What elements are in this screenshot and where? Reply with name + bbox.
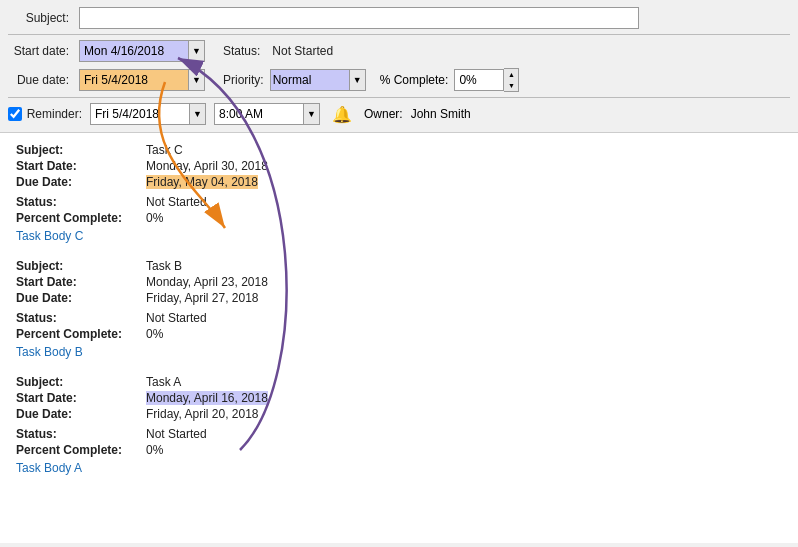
due-date-label: Due date:: [8, 73, 73, 87]
task-c-due-label: Due Date:: [16, 175, 146, 189]
task-b-start-value: Monday, April 23, 2018: [146, 275, 268, 289]
task-a-status-value: Not Started: [146, 427, 207, 441]
status-label: Status:: [223, 44, 260, 58]
reminder-row: Reminder: ▼ ▼ 🔔 Owner: John Smith: [8, 100, 790, 128]
due-date-input[interactable]: [79, 69, 189, 91]
task-c-subject-label: Subject:: [16, 143, 146, 157]
priority-input[interactable]: [270, 69, 350, 91]
task-b-body: Task Body B: [16, 345, 782, 359]
status-value: Not Started: [272, 44, 333, 58]
task-b-pct-value: 0%: [146, 327, 163, 341]
task-c-start-value: Monday, April 30, 2018: [146, 159, 268, 173]
task-b-start-label: Start Date:: [16, 275, 146, 289]
task-b-status-row: Status: Not Started: [16, 311, 782, 325]
task-a-due-value: Friday, April 20, 2018: [146, 407, 259, 421]
task-b-block: Subject: Task B Start Date: Monday, Apri…: [16, 259, 782, 359]
task-b-start-row: Start Date: Monday, April 23, 2018: [16, 275, 782, 289]
task-c-due-value: Friday, May 04, 2018: [146, 175, 258, 189]
owner-value: John Smith: [411, 107, 471, 121]
task-c-subject-value: Task C: [146, 143, 183, 157]
task-b-due-row: Due Date: Friday, April 27, 2018: [16, 291, 782, 305]
due-date-row: Due date: ▼ Priority: ▼ % Complete: ▲ ▼: [8, 65, 790, 95]
task-c-body: Task Body C: [16, 229, 782, 243]
reminder-time-input[interactable]: [214, 103, 304, 125]
start-date-label: Start date:: [8, 44, 73, 58]
task-a-start-value: Monday, April 16, 2018: [146, 391, 268, 405]
pct-spin[interactable]: ▲ ▼: [504, 68, 519, 92]
task-b-due-label: Due Date:: [16, 291, 146, 305]
reminder-date-dropdown-btn[interactable]: ▼: [190, 103, 206, 125]
start-date-wrap: ▼: [79, 40, 205, 62]
task-a-due-row: Due Date: Friday, April 20, 2018: [16, 407, 782, 421]
reminder-label: Reminder:: [26, 107, 86, 121]
subject-input[interactable]: [79, 7, 639, 29]
task-a-body: Task Body A: [16, 461, 782, 475]
task-a-pct-row: Percent Complete: 0%: [16, 443, 782, 457]
task-c-pct-label: Percent Complete:: [16, 211, 146, 225]
priority-dropdown-btn[interactable]: ▼: [350, 69, 366, 91]
task-c-start-label: Start Date:: [16, 159, 146, 173]
task-a-status-label: Status:: [16, 427, 146, 441]
task-c-due-row: Due Date: Friday, May 04, 2018: [16, 175, 782, 189]
task-a-pct-label: Percent Complete:: [16, 443, 146, 457]
pct-wrap: ▲ ▼: [454, 68, 519, 92]
start-date-input[interactable]: [79, 40, 189, 62]
bell-icon: 🔔: [332, 105, 352, 124]
reminder-checkbox[interactable]: [8, 107, 22, 121]
task-a-due-label: Due Date:: [16, 407, 146, 421]
reminder-time-dropdown-btn[interactable]: ▼: [304, 103, 320, 125]
task-a-subject-row: Subject: Task A: [16, 375, 782, 389]
task-c-status-value: Not Started: [146, 195, 207, 209]
task-a-block: Subject: Task A Start Date: Monday, Apri…: [16, 375, 782, 475]
task-c-pct-row: Percent Complete: 0%: [16, 211, 782, 225]
start-date-row: Start date: ▼ Status: Not Started: [8, 37, 790, 65]
start-date-dropdown-btn[interactable]: ▼: [189, 40, 205, 62]
task-b-subject-row: Subject: Task B: [16, 259, 782, 273]
subject-label: Subject:: [8, 11, 73, 25]
reminder-date-input[interactable]: [90, 103, 190, 125]
subject-row: Subject:: [8, 4, 790, 32]
reminder-date-wrap: ▼: [90, 103, 206, 125]
task-c-status-label: Status:: [16, 195, 146, 209]
priority-wrap: ▼: [270, 69, 366, 91]
task-c-start-row: Start Date: Monday, April 30, 2018: [16, 159, 782, 173]
task-c-pct-value: 0%: [146, 211, 163, 225]
priority-label: Priority:: [223, 73, 264, 87]
task-c-subject-row: Subject: Task C: [16, 143, 782, 157]
task-b-pct-row: Percent Complete: 0%: [16, 327, 782, 341]
pct-label: % Complete:: [380, 73, 449, 87]
task-a-start-label: Start Date:: [16, 391, 146, 405]
task-c-status-row: Status: Not Started: [16, 195, 782, 209]
task-b-status-label: Status:: [16, 311, 146, 325]
task-a-status-row: Status: Not Started: [16, 427, 782, 441]
pct-spin-down[interactable]: ▼: [504, 80, 518, 91]
reminder-time-wrap: ▼: [214, 103, 320, 125]
task-b-pct-label: Percent Complete:: [16, 327, 146, 341]
task-a-start-row: Start Date: Monday, April 16, 2018: [16, 391, 782, 405]
owner-label: Owner:: [364, 107, 403, 121]
content-area: Subject: Task C Start Date: Monday, Apri…: [0, 133, 798, 543]
task-c-block: Subject: Task C Start Date: Monday, Apri…: [16, 143, 782, 243]
task-a-subject-label: Subject:: [16, 375, 146, 389]
task-b-due-value: Friday, April 27, 2018: [146, 291, 259, 305]
due-date-wrap: ▼: [79, 69, 205, 91]
pct-spin-up[interactable]: ▲: [504, 69, 518, 80]
task-b-subject-value: Task B: [146, 259, 182, 273]
task-b-subject-label: Subject:: [16, 259, 146, 273]
task-a-pct-value: 0%: [146, 443, 163, 457]
task-b-status-value: Not Started: [146, 311, 207, 325]
pct-input[interactable]: [454, 69, 504, 91]
due-date-dropdown-btn[interactable]: ▼: [189, 69, 205, 91]
form-area: Subject: Start date: ▼ Status: Not Start…: [0, 0, 798, 133]
task-a-subject-value: Task A: [146, 375, 181, 389]
